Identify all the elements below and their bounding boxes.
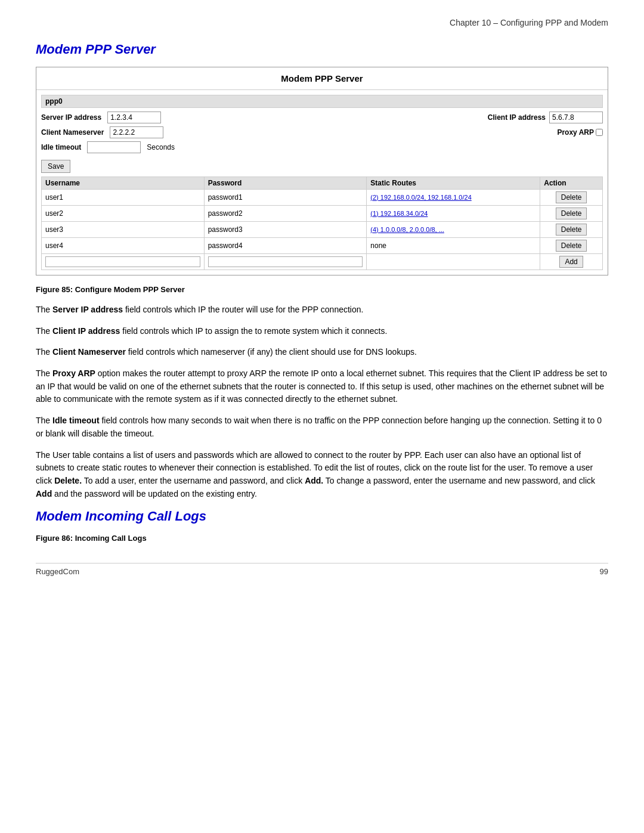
routes-link[interactable]: (1) 192.168.34.0/24: [370, 210, 428, 217]
paragraph-client-ip: The Client IP address field controls whi…: [36, 325, 608, 338]
bold-idle-timeout: Idle timeout: [52, 416, 100, 425]
modem-ppp-section: Modem PPP Server Modem PPP Server ppp0 S…: [36, 42, 608, 500]
new-password-input[interactable]: [208, 256, 363, 267]
col-static-routes: Static Routes: [367, 177, 540, 190]
modem-ppp-panel: Modem PPP Server ppp0 Server IP address …: [36, 67, 608, 275]
paragraph-client-ns: The Client Nameserver field controls whi…: [36, 346, 608, 359]
server-ip-row: Server IP address Client IP address: [41, 112, 603, 123]
paragraph-server-ip: The Server IP address field controls whi…: [36, 304, 608, 317]
username-cell: user1: [42, 190, 205, 206]
action-cell: Delete: [540, 190, 603, 206]
server-ip-label: Server IP address: [41, 113, 101, 122]
new-username-input[interactable]: [45, 256, 200, 267]
footer-right: 99: [600, 567, 608, 576]
bold-client-ns: Client Nameserver: [52, 347, 126, 357]
routes-cell: (4) 1.0.0.0/8, 2.0.0.0/8, ...: [367, 222, 540, 238]
seconds-label: Seconds: [147, 143, 175, 151]
user-table: Username Password Static Routes Action u…: [41, 176, 603, 270]
delete-button[interactable]: Delete: [556, 191, 587, 203]
table-row: user2 password2 (1) 192.168.34.0/24 Dele…: [42, 206, 603, 222]
idle-timeout-row: Idle timeout Seconds: [41, 141, 603, 153]
add-button[interactable]: Add: [559, 256, 583, 268]
figure-85-caption: Figure 85: Configure Modem PPP Server: [36, 285, 608, 294]
action-cell: Delete: [540, 238, 603, 254]
client-ns-label: Client Nameserver: [41, 128, 104, 137]
col-action: Action: [540, 177, 603, 190]
client-ip-label: Client IP address: [488, 113, 546, 122]
bold-proxy-arp: Proxy ARP: [52, 368, 95, 378]
page-footer: RuggedCom 99: [36, 563, 608, 576]
routes-cell: (2) 192.168.0.0/24, 192.168.1.0/24: [367, 190, 540, 206]
password-cell: password4: [204, 238, 367, 254]
action-cell: Delete: [540, 222, 603, 238]
new-username-cell: [42, 254, 205, 270]
col-password: Password: [204, 177, 367, 190]
server-ip-input[interactable]: [107, 112, 161, 123]
table-row: user3 password3 (4) 1.0.0.0/8, 2.0.0.0/8…: [42, 222, 603, 238]
routes-cell: (1) 192.168.34.0/24: [367, 206, 540, 222]
paragraph-proxy-arp: The Proxy ARP option makes the router at…: [36, 367, 608, 406]
ppp0-row: ppp0: [41, 95, 603, 108]
delete-button[interactable]: Delete: [556, 240, 587, 252]
password-cell: password2: [204, 206, 367, 222]
username-cell: user2: [42, 206, 205, 222]
new-routes-cell: [367, 254, 540, 270]
modem-incoming-heading: Modem Incoming Call Logs: [36, 509, 608, 524]
table-header-row: Username Password Static Routes Action: [42, 177, 603, 190]
delete-button[interactable]: Delete: [556, 224, 587, 236]
proxy-arp-checkbox[interactable]: [596, 129, 603, 136]
panel-body: ppp0 Server IP address Client IP address…: [36, 90, 608, 275]
bold-client-ip: Client IP address: [52, 326, 120, 336]
idle-timeout-label: Idle timeout: [41, 143, 81, 151]
paragraph-idle-timeout: The Idle timeout field controls how many…: [36, 414, 608, 440]
page-header: Chapter 10 – Configuring PPP and Modem: [36, 18, 608, 30]
routes-link[interactable]: (4) 1.0.0.0/8, 2.0.0.0/8, ...: [370, 226, 444, 233]
client-ns-row: Client Nameserver Proxy ARP: [41, 126, 603, 138]
new-password-cell: [204, 254, 367, 270]
paragraph-user-table: The User table contains a list of users …: [36, 449, 608, 501]
bold-add2: Add: [36, 489, 52, 498]
routes-cell: none: [367, 238, 540, 254]
password-cell: password3: [204, 222, 367, 238]
modem-incoming-section: Modem Incoming Call Logs Figure 86: Inco…: [36, 509, 608, 543]
col-username: Username: [42, 177, 205, 190]
client-ns-input[interactable]: [110, 126, 163, 138]
delete-button[interactable]: Delete: [556, 208, 587, 219]
client-ip-input[interactable]: [549, 112, 603, 123]
ppp0-label: ppp0: [45, 97, 63, 106]
figure-86-caption: Figure 86: Incoming Call Logs: [36, 534, 608, 543]
routes-link[interactable]: (2) 192.168.0.0/24, 192.168.1.0/24: [370, 194, 471, 201]
username-cell: user4: [42, 238, 205, 254]
action-cell: Delete: [540, 206, 603, 222]
table-row: user4 password4 none Delete: [42, 238, 603, 254]
chapter-title: Chapter 10 – Configuring PPP and Modem: [450, 18, 608, 27]
bold-server-ip: Server IP address: [52, 305, 123, 314]
add-row: Add: [42, 254, 603, 270]
proxy-arp-container: Proxy ARP: [557, 128, 603, 137]
idle-timeout-input[interactable]: [87, 141, 141, 153]
bold-delete: Delete.: [54, 476, 82, 485]
panel-title: Modem PPP Server: [36, 67, 608, 90]
modem-ppp-heading: Modem PPP Server: [36, 42, 608, 57]
footer-left: RuggedCom: [36, 567, 79, 576]
table-row: user1 password1 (2) 192.168.0.0/24, 192.…: [42, 190, 603, 206]
bold-add: Add.: [305, 476, 323, 485]
password-cell: password1: [204, 190, 367, 206]
proxy-arp-label: Proxy ARP: [557, 128, 594, 137]
username-cell: user3: [42, 222, 205, 238]
save-button[interactable]: Save: [41, 160, 70, 173]
new-action-cell: Add: [540, 254, 603, 270]
